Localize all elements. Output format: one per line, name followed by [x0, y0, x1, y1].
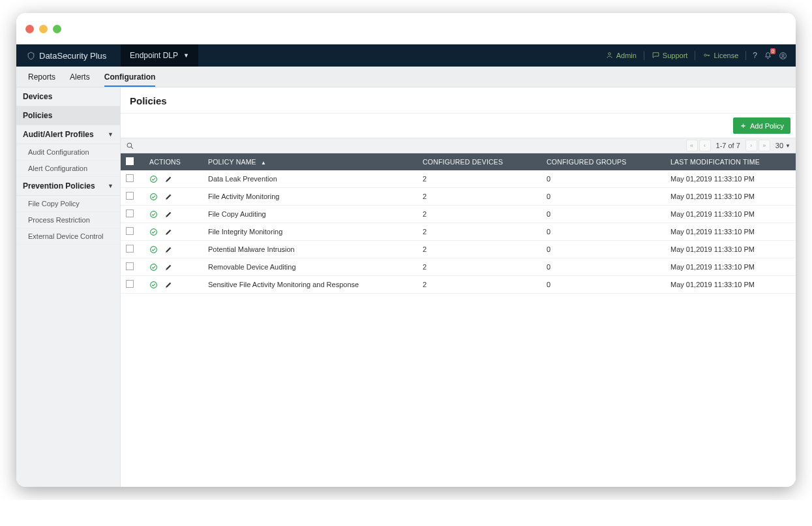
- sidebar-item-process-restriction[interactable]: Process Restriction: [16, 212, 120, 228]
- edit-icon[interactable]: [164, 245, 173, 254]
- col-label: ACTIONS: [149, 158, 181, 166]
- tab-reports-label: Reports: [28, 72, 55, 82]
- status-enabled-icon[interactable]: [149, 227, 158, 236]
- module-selector[interactable]: Endpoint DLP ▼: [121, 44, 198, 67]
- window-zoom-icon[interactable]: [53, 25, 61, 33]
- license-link[interactable]: License: [700, 51, 741, 59]
- page-first-button[interactable]: «: [686, 140, 698, 151]
- cell-policy-name: Potential Malware Intrusion: [208, 245, 295, 253]
- checkbox-all[interactable]: [126, 157, 134, 165]
- status-enabled-icon[interactable]: [149, 262, 158, 271]
- cell-configured-groups: 0: [547, 281, 550, 288]
- col-configured-devices[interactable]: CONFIGURED DEVICES: [417, 153, 541, 170]
- table-row[interactable]: Removable Device Auditing20May 01,2019 1…: [121, 258, 796, 276]
- tab-alerts[interactable]: Alerts: [70, 67, 90, 87]
- status-enabled-icon[interactable]: [149, 280, 158, 289]
- row-checkbox[interactable]: [126, 280, 134, 288]
- status-enabled-icon[interactable]: [149, 174, 158, 183]
- row-checkbox[interactable]: [126, 174, 134, 182]
- col-actions[interactable]: ACTIONS: [144, 153, 203, 170]
- col-policy-name[interactable]: POLICY NAME ▲: [203, 153, 417, 170]
- edit-icon[interactable]: [164, 227, 173, 236]
- brand: DataSecurity Plus: [16, 51, 121, 61]
- cell-policy-name: File Integrity Monitoring: [208, 228, 282, 236]
- cell-configured-groups: 0: [547, 175, 550, 183]
- sidebar-item-devices[interactable]: Devices: [16, 87, 120, 106]
- window-minimize-icon[interactable]: [39, 25, 48, 33]
- support-link[interactable]: Support: [649, 51, 691, 59]
- cell-configured-groups: 0: [547, 228, 550, 236]
- add-policy-button[interactable]: ＋ Add Policy: [733, 117, 790, 134]
- separator-icon: [745, 51, 746, 60]
- table-row[interactable]: File Copy Auditing20May 01,2019 11:33:10…: [121, 206, 796, 223]
- sidebar-item-external-device[interactable]: External Device Control: [16, 228, 120, 245]
- svg-point-5: [151, 176, 157, 182]
- svg-point-10: [151, 264, 157, 270]
- window-titlebar: [16, 13, 796, 44]
- sidebar-group-prevention[interactable]: Prevention Policies ▼: [16, 177, 120, 196]
- edit-icon[interactable]: [164, 262, 173, 271]
- col-last-modification[interactable]: LAST MODIFICATION TIME: [665, 153, 796, 170]
- help-icon[interactable]: ?: [751, 51, 759, 60]
- app-window: DataSecurity Plus Endpoint DLP ▼ Admin S…: [16, 13, 796, 487]
- row-checkbox[interactable]: [126, 209, 134, 217]
- svg-point-6: [151, 193, 157, 200]
- sidebar-item-alert-config[interactable]: Alert Configuration: [16, 161, 120, 177]
- sidebar-item-label: External Device Control: [28, 232, 104, 240]
- edit-icon[interactable]: [164, 174, 173, 183]
- svg-point-11: [151, 281, 157, 288]
- subtab-bar: Reports Alerts Configuration: [16, 67, 796, 87]
- svg-point-9: [151, 246, 157, 253]
- page-next-button[interactable]: ›: [745, 140, 757, 151]
- svg-point-1: [704, 54, 706, 56]
- row-checkbox[interactable]: [126, 192, 134, 200]
- cell-last-modified: May 01,2019 11:33:10 PM: [670, 210, 755, 218]
- sidebar-item-label: Prevention Policies: [23, 181, 95, 191]
- sidebar-item-audit-config[interactable]: Audit Configuration: [16, 144, 120, 161]
- cell-last-modified: May 01,2019 11:33:10 PM: [670, 193, 755, 200]
- row-checkbox[interactable]: [126, 245, 134, 253]
- edit-icon[interactable]: [164, 192, 173, 201]
- tab-reports[interactable]: Reports: [28, 67, 55, 87]
- table-row[interactable]: Data Leak Prevention20May 01,2019 11:33:…: [121, 170, 796, 188]
- status-enabled-icon[interactable]: [149, 209, 158, 219]
- search-icon[interactable]: [126, 141, 134, 150]
- table-row[interactable]: Potential Malware Intrusion20May 01,2019…: [121, 241, 796, 258]
- cell-policy-name: File Activity Monitoring: [208, 193, 279, 200]
- status-enabled-icon[interactable]: [149, 192, 158, 201]
- table-row[interactable]: File Integrity Monitoring20May 01,2019 1…: [121, 223, 796, 241]
- account-icon[interactable]: [777, 51, 789, 60]
- main-panel: Policies ＋ Add Policy « ‹ 1-7 of 7 › »: [121, 87, 796, 487]
- user-gear-icon: [605, 51, 614, 59]
- module-label: Endpoint DLP: [130, 51, 178, 60]
- chevron-down-icon: ▼: [108, 183, 113, 189]
- cell-configured-devices: 2: [423, 193, 427, 200]
- col-configured-groups[interactable]: CONFIGURED GROUPS: [541, 153, 665, 170]
- admin-link[interactable]: Admin: [603, 51, 639, 59]
- topbar-right: Admin Support License ? 0: [603, 51, 796, 60]
- page-prev-button[interactable]: ‹: [699, 140, 711, 151]
- svg-point-3: [782, 54, 784, 56]
- tab-configuration[interactable]: Configuration: [104, 67, 156, 87]
- sidebar-group-audit-alert[interactable]: Audit/Alert Profiles ▼: [16, 125, 120, 144]
- status-enabled-icon[interactable]: [149, 245, 158, 254]
- table-row[interactable]: Sensitive File Activity Monitoring and R…: [121, 276, 796, 294]
- row-checkbox[interactable]: [126, 227, 134, 235]
- chat-icon: [652, 51, 660, 59]
- notification-bell-icon[interactable]: 0: [762, 51, 774, 60]
- sidebar-item-label: Audit/Alert Profiles: [23, 130, 94, 139]
- col-select[interactable]: [121, 153, 144, 170]
- edit-icon[interactable]: [164, 209, 173, 219]
- sidebar-item-policies[interactable]: Policies: [16, 106, 120, 125]
- sidebar-item-file-copy[interactable]: File Copy Policy: [16, 196, 120, 212]
- cell-policy-name: Data Leak Prevention: [208, 175, 277, 183]
- page-last-button[interactable]: »: [759, 140, 770, 151]
- table-row[interactable]: File Activity Monitoring20May 01,2019 11…: [121, 188, 796, 206]
- edit-icon[interactable]: [164, 280, 173, 289]
- window-close-icon[interactable]: [25, 25, 34, 33]
- notification-badge: 0: [770, 48, 775, 54]
- page-size-selector[interactable]: 30 ▼: [775, 142, 790, 149]
- row-checkbox[interactable]: [126, 262, 134, 270]
- sidebar-item-label: File Copy Policy: [28, 200, 80, 208]
- col-label: POLICY NAME: [208, 158, 256, 166]
